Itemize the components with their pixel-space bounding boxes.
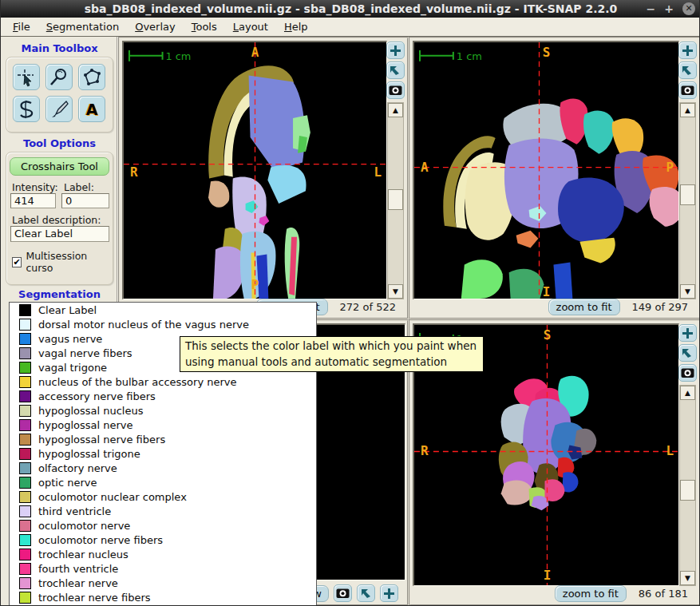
reset-view-button[interactable] bbox=[678, 344, 697, 362]
color-swatch bbox=[19, 592, 31, 604]
arrow-icon bbox=[681, 347, 694, 359]
reset-view-button[interactable] bbox=[357, 584, 375, 602]
color-swatch bbox=[19, 477, 31, 489]
reset-view-button[interactable] bbox=[678, 61, 697, 79]
orientation-left: L bbox=[374, 164, 382, 180]
label-option[interactable]: accessory nerve fibers bbox=[10, 389, 316, 403]
label-option[interactable]: nucleus of the bulbar accessory nerve bbox=[10, 374, 316, 389]
scroll-thumb[interactable] bbox=[680, 480, 695, 501]
label-option[interactable]: dorsal motor nucleus of the vagus nerve bbox=[10, 317, 316, 331]
color-swatch bbox=[19, 505, 31, 517]
color-swatch bbox=[19, 434, 31, 446]
label-description-field[interactable]: Clear Label bbox=[10, 226, 109, 242]
sagittal-slice-scrollbar[interactable]: ▲ ▼ bbox=[679, 102, 696, 299]
label-selector-tooltip: This selects the color label with which … bbox=[180, 336, 484, 372]
scroll-thumb[interactable] bbox=[388, 189, 403, 210]
scroll-up-icon[interactable]: ▲ bbox=[388, 103, 403, 117]
label-option-clear-label[interactable]: Clear Label bbox=[10, 303, 316, 317]
scale-bar: 1 cm bbox=[129, 50, 191, 62]
magnifier-icon bbox=[49, 68, 69, 87]
arrow-icon bbox=[389, 65, 401, 77]
label-option[interactable]: olfactory nerve bbox=[10, 461, 316, 476]
expand-view-button[interactable] bbox=[380, 584, 398, 602]
screenshot-button[interactable] bbox=[386, 81, 405, 99]
orientation-left: L bbox=[666, 443, 674, 458]
coronal-slice-scrollbar[interactable]: ▲ ▼ bbox=[679, 385, 696, 586]
label-option[interactable]: hypoglossal nerve fibers bbox=[10, 432, 316, 446]
slice-status: 272 of 522 bbox=[340, 301, 396, 313]
label-option[interactable]: hypoglossal nucleus bbox=[10, 403, 316, 418]
color-swatch bbox=[19, 491, 31, 503]
zoom-tool-button[interactable] bbox=[45, 64, 73, 90]
main-toolbox-group: A bbox=[6, 57, 113, 133]
screenshot-button[interactable] bbox=[678, 364, 697, 382]
multisession-checkbox[interactable]: ✔ bbox=[12, 257, 22, 267]
label-option[interactable]: trochlear nucleus bbox=[10, 548, 316, 562]
multisession-checkbox-row[interactable]: ✔ Multisession curso bbox=[12, 250, 113, 274]
label-field[interactable]: 0 bbox=[61, 193, 109, 208]
paintbrush-tool-button[interactable] bbox=[45, 96, 73, 122]
color-swatch bbox=[19, 376, 31, 388]
maximize-button[interactable]: + bbox=[664, 0, 674, 18]
sagittal-view-panel: 1 cm S A P I bbox=[409, 37, 700, 319]
label-option[interactable]: hypoglossal nerve bbox=[10, 418, 316, 432]
crosshairs-navigation-tool-button[interactable] bbox=[13, 64, 40, 90]
label-option[interactable]: oculomotor nerve bbox=[10, 519, 316, 533]
menu-segmentation[interactable]: Segmentation bbox=[38, 18, 127, 36]
zoom-to-fit-button[interactable]: zoom to fit bbox=[548, 299, 620, 315]
color-swatch bbox=[19, 319, 31, 331]
scroll-up-icon[interactable]: ▲ bbox=[680, 103, 695, 117]
active-tool-button[interactable]: Crosshairs Tool bbox=[10, 157, 109, 176]
snake-segmentation-tool-button[interactable] bbox=[13, 96, 40, 122]
label-label: Label: bbox=[64, 181, 94, 193]
label-option[interactable]: oculomotor nerve fibers bbox=[10, 533, 316, 548]
menu-file[interactable]: File bbox=[5, 18, 38, 36]
orientation-inferior: I bbox=[544, 568, 552, 583]
zoom-to-fit-button[interactable]: zoom to fit bbox=[555, 585, 627, 602]
reset-view-button[interactable] bbox=[386, 61, 405, 79]
menu-layout[interactable]: Layout bbox=[225, 18, 276, 36]
coronal-view-buttons bbox=[678, 324, 697, 382]
toolbox-grid: A bbox=[13, 64, 105, 122]
menu-help[interactable]: Help bbox=[276, 18, 316, 36]
label-option[interactable]: hypoglossal trigone bbox=[10, 446, 316, 461]
menu-overlay[interactable]: Overlay bbox=[127, 18, 184, 36]
menu-tools[interactable]: Tools bbox=[184, 18, 225, 36]
color-swatch bbox=[19, 577, 31, 589]
scale-bar: 1 cm bbox=[420, 50, 482, 62]
scroll-thumb[interactable] bbox=[680, 184, 695, 205]
annotation-tool-button[interactable]: A bbox=[78, 96, 105, 122]
label-option[interactable]: third ventricle bbox=[10, 505, 316, 519]
label-option[interactable]: trochlear nerve bbox=[10, 576, 316, 591]
close-button[interactable]: ✕ bbox=[682, 2, 695, 15]
intensity-label: Intensity: bbox=[12, 181, 58, 193]
arrow-icon bbox=[681, 65, 694, 77]
camera-icon bbox=[389, 85, 402, 96]
title-bar[interactable]: sba_DB08_indexed_volume.nii.gz - sba_DB0… bbox=[1, 0, 700, 18]
menu-bar: File Segmentation Overlay Tools Layout H… bbox=[1, 18, 700, 37]
screenshot-button[interactable] bbox=[678, 81, 697, 99]
label-option[interactable]: oculomotor nuclear complex bbox=[10, 490, 316, 505]
label-option[interactable]: trochlear nerve fibers bbox=[10, 591, 316, 605]
label-option[interactable]: optic nerve bbox=[10, 476, 316, 490]
expand-view-button[interactable] bbox=[678, 324, 697, 342]
axial-slice-scrollbar[interactable]: ▲ ▼ bbox=[387, 102, 404, 299]
axial-slice-image: 1 cm A R L P bbox=[124, 42, 386, 299]
slice-status: 149 of 297 bbox=[632, 301, 688, 313]
screenshot-button[interactable] bbox=[334, 584, 352, 602]
scroll-up-icon[interactable]: ▲ bbox=[680, 386, 695, 400]
orientation-anterior: A bbox=[421, 160, 429, 176]
polygon-tool-button[interactable] bbox=[78, 64, 105, 90]
intensity-field[interactable]: 414 bbox=[10, 193, 56, 208]
label-option[interactable]: fourth ventricle bbox=[10, 562, 316, 576]
axial-viewport[interactable]: 1 cm A R L P bbox=[122, 41, 387, 299]
snake-icon bbox=[16, 100, 37, 119]
color-swatch bbox=[19, 520, 31, 532]
plus-icon bbox=[390, 45, 401, 57]
minimize-button[interactable]: − bbox=[647, 0, 656, 18]
sagittal-viewport[interactable]: 1 cm S A P I bbox=[413, 41, 679, 299]
expand-view-button[interactable] bbox=[678, 42, 697, 59]
expand-view-button[interactable] bbox=[386, 42, 405, 59]
color-swatch bbox=[19, 448, 31, 460]
tool-options-header: Tool Options bbox=[1, 137, 118, 149]
